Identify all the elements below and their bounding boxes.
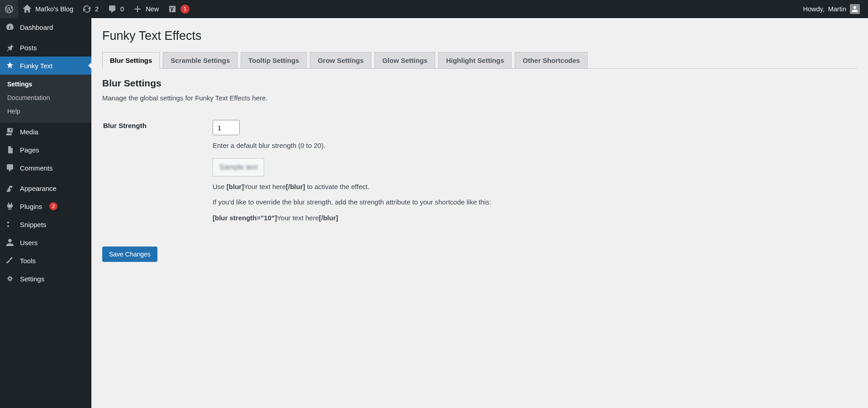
admin-bar: Maťko's Blog 2 0 New 1 Howdy, Martin	[0, 0, 868, 18]
funky-text-icon	[5, 61, 14, 70]
sidebar-label: Appearance	[20, 185, 57, 192]
site-name-text: Maťko's Blog	[35, 5, 73, 13]
sidebar-item-pages[interactable]: Pages	[0, 141, 91, 159]
sidebar-item-tools[interactable]: Tools	[0, 251, 91, 270]
tab-blur-settings[interactable]: Blur Settings	[102, 52, 160, 69]
section-title: Blur Settings	[102, 78, 857, 89]
funky-text-submenu: Settings Documentation Help	[0, 75, 91, 123]
updates-count: 2	[95, 5, 99, 13]
comments-link[interactable]: 0	[103, 0, 128, 18]
sidebar-item-users[interactable]: Users	[0, 233, 91, 251]
comments-icon	[108, 5, 117, 14]
page-title: Funky Text Effects	[102, 29, 857, 43]
wordpress-logo-link[interactable]	[0, 0, 18, 18]
users-icon	[5, 238, 14, 247]
yoast-icon	[168, 5, 177, 14]
sidebar-label: Tools	[20, 257, 36, 265]
comments-count: 0	[120, 5, 124, 13]
sidebar-label: Pages	[20, 146, 39, 154]
updates-link[interactable]: 2	[78, 0, 103, 18]
sidebar-item-settings[interactable]: Settings	[0, 270, 91, 288]
comments-menu-icon	[5, 163, 14, 172]
sample-preview-box: Sample text	[213, 158, 264, 176]
sidebar-item-media[interactable]: Media	[0, 123, 91, 141]
sidebar-label: Posts	[20, 44, 37, 52]
override-explanation: If you'd like to override the blur stren…	[213, 197, 856, 208]
sidebar-item-posts[interactable]: Posts	[0, 38, 91, 57]
tab-grow-settings[interactable]: Grow Settings	[310, 52, 371, 68]
shortcode-override-example: [blur strength="10"]Your text here[/blur…	[213, 213, 856, 223]
section-description: Manage the global settings for Funky Tex…	[102, 94, 857, 102]
avatar	[850, 4, 860, 14]
sidebar-item-comments[interactable]: Comments	[0, 159, 91, 177]
plugins-update-badge: 2	[49, 202, 57, 210]
home-icon	[23, 5, 32, 14]
sidebar-item-appearance[interactable]: Appearance	[0, 179, 91, 197]
appearance-icon	[5, 184, 14, 193]
user-icon	[851, 5, 859, 13]
admin-menu: Dashboard Posts Funky Text Settings Docu…	[0, 18, 91, 408]
new-content-link[interactable]: New	[128, 0, 163, 18]
blur-strength-label: Blur Strength	[103, 114, 212, 235]
sidebar-item-funky-text[interactable]: Funky Text	[0, 57, 91, 75]
blur-strength-hint: Enter a default blur strength (0 to 20).	[213, 141, 856, 151]
shortcode-usage-line: Use [blur]Your text here[/blur] to activ…	[213, 182, 856, 192]
sidebar-label: Comments	[20, 164, 53, 172]
pin-icon	[5, 43, 14, 52]
submenu-item-documentation[interactable]: Documentation	[0, 91, 91, 104]
submenu-item-help[interactable]: Help	[0, 104, 91, 118]
sidebar-item-plugins[interactable]: Plugins 2	[0, 197, 91, 215]
sidebar-label: Funky Text	[20, 62, 52, 70]
blur-strength-input[interactable]	[213, 120, 240, 135]
sidebar-item-dashboard[interactable]: Dashboard	[0, 18, 91, 36]
howdy-prefix: Howdy,	[803, 5, 824, 13]
sidebar-label: Media	[20, 128, 38, 136]
tab-other-shortcodes[interactable]: Other Shortcodes	[515, 52, 588, 68]
new-label: New	[146, 5, 159, 13]
plus-icon	[133, 5, 142, 14]
wordpress-icon	[5, 5, 14, 14]
submenu-item-settings[interactable]: Settings	[0, 77, 91, 91]
main-content: Funky Text Effects Blur Settings Scrambl…	[91, 0, 868, 408]
save-changes-button[interactable]: Save Changes	[102, 247, 157, 262]
tab-highlight-settings[interactable]: Highlight Settings	[438, 52, 512, 68]
snippets-icon	[5, 220, 14, 229]
media-icon	[5, 127, 14, 136]
sidebar-label: Dashboard	[20, 24, 53, 31]
sidebar-item-snippets[interactable]: Snippets	[0, 215, 91, 233]
update-icon	[82, 5, 91, 14]
settings-icon	[5, 274, 14, 283]
yoast-badge: 1	[180, 5, 190, 14]
howdy-user: Martin	[828, 5, 846, 13]
site-name-link[interactable]: Maťko's Blog	[18, 0, 78, 18]
yoast-link[interactable]: 1	[163, 0, 194, 18]
settings-form-table: Blur Strength Enter a default blur stren…	[102, 113, 857, 236]
sample-text: Sample text	[219, 163, 257, 171]
dashboard-icon	[5, 23, 14, 32]
howdy-link[interactable]: Howdy, Martin	[798, 0, 864, 18]
sidebar-label: Users	[20, 239, 38, 247]
tab-tooltip-settings[interactable]: Tooltip Settings	[241, 52, 307, 68]
settings-tabs: Blur Settings Scramble Settings Tooltip …	[102, 52, 857, 69]
sidebar-label: Settings	[20, 275, 44, 283]
tab-scramble-settings[interactable]: Scramble Settings	[163, 52, 237, 68]
tab-glow-settings[interactable]: Glow Settings	[375, 52, 435, 68]
tools-icon	[5, 256, 14, 265]
sidebar-label: Plugins	[20, 203, 42, 210]
plugins-icon	[5, 202, 14, 211]
sidebar-label: Snippets	[20, 221, 46, 228]
pages-icon	[5, 145, 14, 154]
